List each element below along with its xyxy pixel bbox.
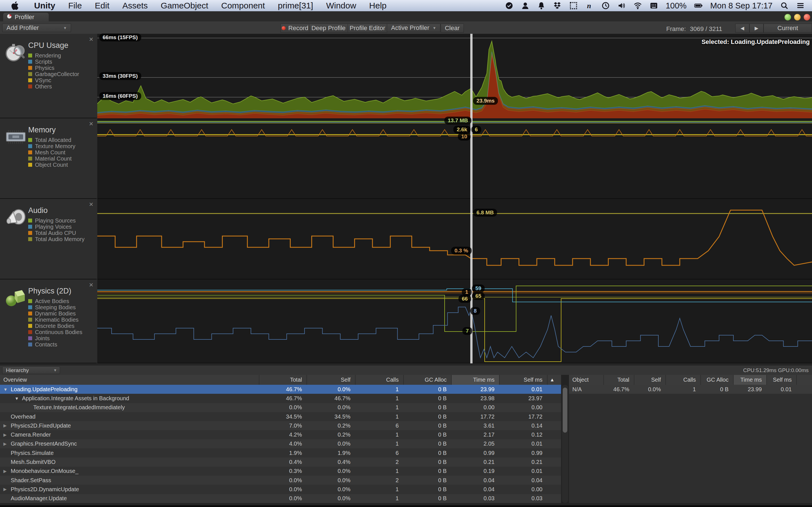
screenshot-selection-icon[interactable]: [569, 1, 578, 10]
physics2d-chart[interactable]: [97, 279, 812, 363]
dropbox-icon[interactable]: [553, 1, 562, 10]
foldout-collapsed-icon[interactable]: ▶: [3, 441, 11, 446]
legend-item-total-audio-memory[interactable]: Total Audio Memory: [28, 236, 85, 242]
legend-item-playing-voices[interactable]: Playing Voices: [28, 224, 85, 230]
close-icon[interactable]: ×: [89, 36, 93, 43]
menu-file[interactable]: File: [62, 0, 88, 11]
legend-item-active-bodies[interactable]: Active Bodies: [28, 298, 82, 304]
zoom-dot[interactable]: [794, 14, 801, 20]
menu-help[interactable]: Help: [363, 0, 393, 11]
legend-item-rendering[interactable]: Rendering: [28, 52, 79, 59]
foldout-collapsed-icon[interactable]: ▶: [3, 487, 11, 492]
active-profiler-dropdown[interactable]: Active Profiler▼: [387, 24, 441, 32]
menu-assets[interactable]: Assets: [116, 0, 154, 11]
keyboard-viewer-icon[interactable]: [650, 1, 658, 10]
table-row-texture-integrateloadedimmediately[interactable]: Texture.IntegrateLoadedImmediately0.0%0.…: [0, 403, 561, 412]
foldout-collapsed-icon[interactable]: ▶: [3, 432, 11, 438]
audio-chart[interactable]: [97, 199, 812, 279]
table-row-physics-simulate[interactable]: Physics.Simulate1.9%1.9%60 B0.990.99: [0, 448, 561, 457]
minimize-dot[interactable]: [784, 14, 791, 20]
column-header-gc-alloc[interactable]: GC Alloc: [403, 375, 451, 385]
cpu-chart[interactable]: [97, 34, 812, 118]
column-header-self-ms[interactable]: Self ms: [499, 375, 547, 385]
legend-item-joints[interactable]: Joints: [28, 335, 82, 341]
column-header-overview[interactable]: Overview: [0, 375, 259, 385]
legend-item-discrete-bodies[interactable]: Discrete Bodies: [28, 323, 82, 329]
column-header-object[interactable]: Object: [569, 375, 603, 385]
column-header-calls[interactable]: Calls: [355, 375, 403, 385]
column-header-time-ms[interactable]: Time ms: [451, 375, 499, 385]
legend-item-garbagecollector[interactable]: GarbageCollector: [28, 71, 79, 77]
record-button[interactable]: Record: [281, 24, 309, 33]
column-header-total[interactable]: Total: [603, 375, 634, 385]
menu-clock[interactable]: Mon 8 Sep 17:17: [710, 1, 772, 10]
current-frame-button[interactable]: Current: [763, 24, 812, 33]
menu-prime-31[interactable]: prime[31]: [271, 0, 320, 11]
column-header-self[interactable]: Self: [634, 375, 665, 385]
time-machine-icon[interactable]: [601, 1, 610, 10]
legend-item-total-allocated[interactable]: Total Allocated: [28, 137, 75, 143]
legend-item-vsync[interactable]: VSync: [28, 77, 79, 83]
table-row-application-integrate-assets-in-background[interactable]: ▼Application.Integrate Assets in Backgro…: [0, 394, 561, 403]
foldout-collapsed-icon[interactable]: ▶: [3, 423, 11, 428]
scrollbar-thumb[interactable]: [563, 388, 567, 433]
legend-item-kinematic-bodies[interactable]: Kinematic Bodies: [28, 317, 82, 323]
profile-editor-button[interactable]: Profile Editor: [348, 24, 387, 33]
table-row-loading-updatepreloading[interactable]: ▼Loading.UpdatePreloading46.7%0.0%10 B23…: [0, 385, 561, 394]
legend-item-contacts[interactable]: Contacts: [28, 341, 82, 348]
legend-item-scripts[interactable]: Scripts: [28, 59, 79, 65]
wifi-icon[interactable]: [633, 1, 642, 10]
close-icon[interactable]: ×: [89, 281, 93, 288]
notification-center-icon[interactable]: [796, 1, 805, 10]
hierarchy-mode-dropdown[interactable]: Hierarchy▼: [2, 367, 60, 374]
table-row-graphics-presentandsync[interactable]: ▶Graphics.PresentAndSync4.0%0.0%10 B2.05…: [0, 439, 561, 448]
menu-unity[interactable]: Unity: [28, 0, 62, 11]
tab-profiler[interactable]: Profiler: [3, 12, 49, 22]
table-row-monobehaviour-onmouse[interactable]: ▶Monobehaviour.OnMouse_0.3%0.0%10 B0.190…: [0, 467, 561, 476]
table-row-mesh-submitvbo[interactable]: Mesh.SubmitVBO0.4%0.4%20 B0.210.21: [0, 457, 561, 466]
menu-edit[interactable]: Edit: [88, 0, 116, 11]
menu-component[interactable]: Component: [214, 0, 271, 11]
add-profiler-button[interactable]: Add Profiler▼: [2, 24, 71, 32]
table-row-overhead[interactable]: Overhead34.5%34.5%10 B17.7217.72: [0, 412, 561, 421]
legend-item-continuous-bodies[interactable]: Continuous Bodies: [28, 329, 82, 335]
foldout-expanded-icon[interactable]: ▼: [3, 387, 11, 392]
legend-item-texture-memory[interactable]: Texture Memory: [28, 143, 75, 149]
legend-item-physics[interactable]: Physics: [28, 65, 79, 71]
detail-row[interactable]: N/A46.7%0.0%10 B23.990.01: [569, 385, 812, 394]
menu-window[interactable]: Window: [320, 0, 363, 11]
next-frame-button[interactable]: ▶: [749, 24, 763, 33]
user-icon[interactable]: [521, 1, 529, 10]
legend-item-dynamic-bodies[interactable]: Dynamic Bodies: [28, 311, 82, 317]
menu-gameobject[interactable]: GameObject: [154, 0, 214, 11]
legend-item-others[interactable]: Others: [28, 83, 79, 90]
column-header-self[interactable]: Self: [306, 375, 355, 385]
table-row-physics2d-fixedupdate[interactable]: ▶Physics2D.FixedUpdate7.0%0.2%60 B3.610.…: [0, 421, 561, 430]
table-row-audiomanager-update[interactable]: AudioManager.Update0.0%0.0%10 B0.030.03: [0, 494, 561, 503]
column-header-gc-alloc[interactable]: GC Alloc: [700, 375, 733, 385]
column-header-self-ms[interactable]: Self ms: [766, 375, 796, 385]
column-header-time-ms[interactable]: Time ms: [733, 375, 766, 385]
volume-icon[interactable]: [617, 1, 626, 10]
bell-icon[interactable]: [537, 1, 546, 10]
column-header-total[interactable]: Total: [259, 375, 306, 385]
close-icon[interactable]: ×: [89, 201, 93, 208]
table-row-shader-setpass[interactable]: Shader.SetPass0.0%0.0%20 B0.040.04: [0, 476, 561, 485]
legend-item-sleeping-bodies[interactable]: Sleeping Bodies: [28, 304, 82, 311]
foldout-collapsed-icon[interactable]: ▶: [3, 469, 11, 474]
legend-item-material-count[interactable]: Material Count: [28, 156, 75, 162]
table-row-physics2d-dynamicupdate[interactable]: ▶Physics2D.DynamicUpdate0.0%0.0%10 B0.04…: [0, 485, 561, 494]
legend-item-total-audio-cpu[interactable]: Total Audio CPU: [28, 230, 85, 236]
foldout-expanded-icon[interactable]: ▼: [15, 396, 22, 401]
table-row-camera-render[interactable]: ▶Camera.Render4.2%0.2%10 B2.170.12: [0, 430, 561, 439]
legend-item-mesh-count[interactable]: Mesh Count: [28, 149, 75, 156]
apple-menu-icon[interactable]: [11, 1, 22, 10]
legend-item-object-count[interactable]: Object Count: [28, 162, 75, 168]
deep-profile-button[interactable]: Deep Profile: [309, 24, 348, 33]
check-circle-icon[interactable]: [505, 1, 513, 10]
close-dot[interactable]: [804, 14, 810, 20]
notational-n-icon[interactable]: n: [585, 1, 594, 10]
legend-item-playing-sources[interactable]: Playing Sources: [28, 217, 85, 224]
spotlight-icon[interactable]: [780, 1, 789, 10]
prev-frame-button[interactable]: ◀: [735, 24, 749, 33]
